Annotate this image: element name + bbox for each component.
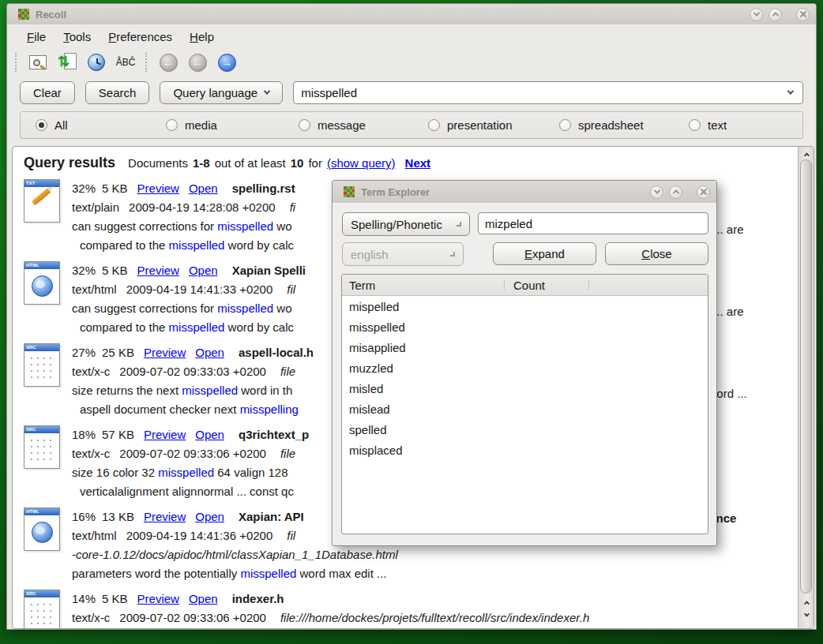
result-headline: 14%5 KBPreviewOpenindexer.h bbox=[72, 590, 798, 608]
maximize-button[interactable] bbox=[769, 8, 782, 21]
next-page-button[interactable]: → bbox=[216, 51, 238, 73]
term-row[interactable]: misspelled bbox=[342, 316, 708, 337]
term-row[interactable]: spelled bbox=[342, 419, 708, 440]
results-scrollbar[interactable] bbox=[798, 147, 814, 628]
filter-text[interactable]: text bbox=[689, 118, 802, 132]
open-link[interactable]: Open bbox=[195, 343, 224, 362]
scroll-down-button[interactable] bbox=[799, 609, 814, 620]
advanced-search-button[interactable] bbox=[27, 51, 49, 73]
file-type-badge: SRC bbox=[24, 426, 59, 433]
term-row[interactable]: mispelled bbox=[342, 296, 708, 316]
file-size: 13 KB bbox=[102, 507, 134, 526]
term-input[interactable] bbox=[478, 212, 708, 234]
txt-file-icon[interactable]: TXT bbox=[24, 179, 60, 223]
sort-parameters-icon: ⇅ bbox=[58, 53, 77, 72]
search-input[interactable] bbox=[301, 86, 788, 99]
scroll-up-button[interactable] bbox=[799, 597, 814, 608]
sort-parameters-button[interactable]: ⇅ bbox=[56, 51, 78, 73]
show-query-link[interactable]: (show query) bbox=[327, 156, 396, 170]
highlighted-term: misspelled bbox=[169, 320, 225, 334]
previous-page-button[interactable]: ← bbox=[186, 51, 209, 73]
html-file-icon[interactable]: HTML bbox=[24, 261, 60, 305]
open-link[interactable]: Open bbox=[189, 261, 218, 280]
file-path: fil bbox=[287, 526, 295, 545]
dialog-close-button[interactable] bbox=[697, 185, 710, 199]
clear-button[interactable]: Clear bbox=[20, 81, 75, 104]
snippet-text: word in th bbox=[238, 384, 292, 397]
preview-link[interactable]: Preview bbox=[137, 590, 179, 608]
relevance-percent: 16% bbox=[72, 507, 96, 526]
preview-link[interactable]: Preview bbox=[144, 425, 186, 444]
category-filter-bar: Allmediamessagepresentationspreadsheette… bbox=[20, 111, 803, 139]
filter-message[interactable]: message bbox=[299, 118, 428, 132]
preview-link[interactable]: Preview bbox=[137, 261, 179, 280]
dialog-maximize-button[interactable] bbox=[669, 185, 682, 199]
scroll-up-button[interactable] bbox=[799, 148, 814, 159]
dialog-minimize-button[interactable] bbox=[650, 185, 663, 199]
snippet-text: wo bbox=[273, 219, 291, 233]
term-row[interactable]: misapplied bbox=[342, 337, 708, 358]
menu-item-file[interactable]: File bbox=[18, 28, 54, 46]
main-titlebar[interactable]: Recoll bbox=[7, 4, 816, 24]
expand-button[interactable]: Expand bbox=[493, 242, 596, 265]
result-title: q3richtext_p bbox=[239, 425, 309, 444]
source-dots-icon bbox=[28, 437, 55, 464]
snippet-text: compared to the bbox=[80, 320, 169, 334]
term-cell: mispelled bbox=[342, 300, 504, 313]
expand-mode-select[interactable]: Spelling/Phonetic bbox=[342, 212, 470, 236]
toolbar-separator bbox=[15, 53, 18, 72]
terms-table-body: mispelledmisspelledmisappliedmuzzledmisl… bbox=[342, 296, 708, 460]
open-link[interactable]: Open bbox=[195, 425, 224, 444]
mime-type: text/html bbox=[72, 526, 117, 545]
menu-item-help[interactable]: Help bbox=[181, 28, 223, 46]
term-column-header[interactable]: Term bbox=[342, 279, 504, 292]
dialog-titlebar[interactable]: Term Explorer bbox=[333, 181, 716, 203]
query-mode-select[interactable]: Query language bbox=[160, 81, 283, 104]
open-link[interactable]: Open bbox=[189, 590, 218, 608]
close-icon bbox=[799, 10, 807, 18]
src-file-icon[interactable]: SRC bbox=[24, 425, 60, 469]
filter-media[interactable]: media bbox=[166, 118, 299, 132]
menu-item-preferences[interactable]: Preferences bbox=[100, 28, 181, 46]
snippet-text: aspell document checker next bbox=[80, 402, 240, 416]
term-explorer-button[interactable]: ÅBĈ bbox=[115, 51, 137, 73]
close-button[interactable] bbox=[796, 8, 810, 21]
next-page-link[interactable]: Next bbox=[405, 156, 431, 170]
minimize-button[interactable] bbox=[750, 8, 763, 21]
radio-icon bbox=[166, 119, 178, 131]
term-explorer-dialog: Term Explorer Spelling/Phonetic english … bbox=[332, 180, 717, 546]
menu-item-tools[interactable]: Tools bbox=[54, 28, 100, 46]
scrollbar-thumb[interactable] bbox=[800, 159, 812, 593]
snippet-text: word max edit ... bbox=[296, 567, 386, 580]
advanced-search-icon bbox=[29, 55, 47, 69]
src-file-icon[interactable]: SRC bbox=[24, 343, 60, 387]
src-file-icon[interactable]: SRC bbox=[24, 590, 60, 628]
filter-spreadsheet[interactable]: spreadsheet bbox=[559, 118, 689, 132]
relevance-percent: 14% bbox=[72, 590, 96, 608]
term-row[interactable]: mislead bbox=[342, 399, 708, 419]
relevance-percent: 32% bbox=[72, 261, 96, 280]
document-history-button[interactable] bbox=[85, 51, 107, 73]
html-file-icon[interactable]: HTML bbox=[24, 507, 60, 551]
search-combobox[interactable] bbox=[293, 81, 803, 104]
terms-table-header[interactable]: Term Count bbox=[342, 275, 708, 296]
term-row[interactable]: misplaced bbox=[342, 440, 708, 460]
preview-link[interactable]: Preview bbox=[144, 507, 186, 526]
first-page-button[interactable]: ← bbox=[157, 51, 179, 73]
result-date: 2009-07-02 09:33:03 +0200 bbox=[119, 362, 266, 381]
dialog-close-action-button[interactable]: Close bbox=[605, 242, 708, 265]
file-size: 5 KB bbox=[102, 261, 128, 280]
term-row[interactable]: misled bbox=[342, 378, 708, 399]
results-header: Query results Documents 1-8 out of at le… bbox=[21, 155, 798, 171]
result-date: 2009-07-02 09:33:06 +0200 bbox=[119, 608, 266, 627]
term-row[interactable]: muzzled bbox=[342, 358, 708, 378]
preview-link[interactable]: Preview bbox=[144, 343, 186, 362]
search-button[interactable]: Search bbox=[85, 81, 150, 104]
open-link[interactable]: Open bbox=[195, 507, 224, 526]
filter-presentation[interactable]: presentation bbox=[428, 118, 559, 132]
count-column-header[interactable]: Count bbox=[513, 279, 588, 292]
arrow-left-icon: ← bbox=[189, 54, 207, 72]
filter-all[interactable]: All bbox=[36, 118, 166, 132]
open-link[interactable]: Open bbox=[189, 179, 218, 198]
preview-link[interactable]: Preview bbox=[137, 179, 179, 198]
